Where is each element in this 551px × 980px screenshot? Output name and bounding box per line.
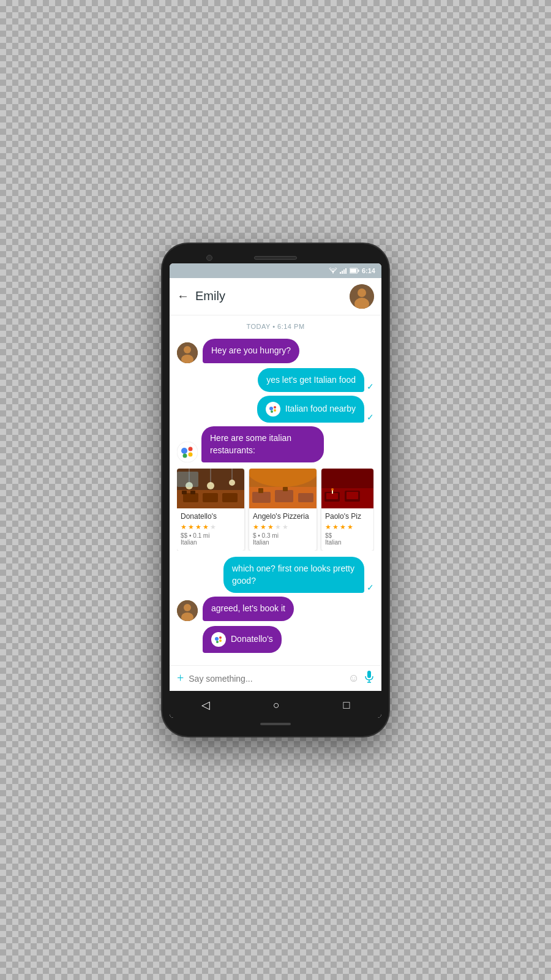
assistant-dot-icon (177, 442, 198, 462)
message-row-assistant2: Donatello's (203, 626, 374, 653)
nav-recent-button[interactable]: □ (343, 699, 350, 712)
svg-point-53 (331, 488, 334, 491)
restaurant-image-paolo (321, 469, 373, 508)
mic-icon (364, 671, 374, 683)
svg-rect-30 (190, 491, 195, 494)
nav-back-button[interactable]: ◁ (201, 698, 210, 712)
star-icon: ★ (253, 523, 259, 531)
back-button[interactable]: ← (177, 289, 189, 303)
svg-point-22 (189, 453, 193, 457)
svg-rect-62 (367, 671, 371, 678)
star-icon: ★ (347, 523, 353, 531)
message-input[interactable] (189, 674, 343, 684)
restaurant-card-angelo[interactable]: Angelo's Pizzeria ★ ★ ★ ★ ★ $ • 0.3 mi I… (249, 469, 317, 551)
assistant-logo2 (211, 632, 226, 647)
message-text: Hey are you hungry? (211, 345, 291, 355)
star-icon: ★ (340, 523, 346, 531)
restaurant-cards: Donatello's ★ ★ ★ ★ ★ $$ • 0.1 mi Italia… (177, 469, 374, 551)
contact-avatar[interactable] (350, 284, 374, 309)
svg-point-19 (177, 442, 198, 462)
restaurant-image-angelo (249, 469, 317, 508)
svg-rect-4 (345, 268, 347, 274)
svg-point-60 (219, 639, 222, 642)
assistant-logo (266, 402, 280, 417)
message-bubble: which one? first one looks pretty good? (223, 557, 364, 593)
nav-home-button[interactable]: ○ (273, 699, 280, 712)
battery-icon (350, 268, 359, 274)
message-row-assistant-out: Italian food nearby ✓ (177, 396, 374, 423)
star-icon: ★ (268, 523, 274, 531)
emoji-button[interactable]: ☺ (348, 672, 359, 685)
add-button[interactable]: + (177, 671, 184, 685)
svg-rect-27 (203, 493, 218, 502)
restaurant-type: Italian (181, 539, 241, 546)
star-icon: ★ (260, 523, 266, 531)
svg-point-57 (213, 634, 224, 645)
restaurant-card-donatello[interactable]: Donatello's ★ ★ ★ ★ ★ $$ • 0.1 mi Italia… (177, 469, 244, 551)
avatar-image2 (177, 600, 198, 621)
message-row: Hey are you hungry? (177, 339, 374, 363)
svg-rect-7 (350, 269, 356, 273)
restaurant-card-paolo[interactable]: Paolo's Piz ★ ★ ★ ★ $$ Italian (321, 469, 373, 551)
phone-home-bar (260, 723, 291, 725)
svg-rect-2 (342, 271, 343, 274)
check-icon: ✓ (367, 412, 374, 423)
svg-rect-3 (343, 270, 345, 274)
star-icon: ★ (210, 523, 216, 531)
svg-point-0 (332, 272, 334, 273)
svg-rect-28 (222, 493, 238, 502)
svg-rect-29 (182, 491, 187, 494)
svg-rect-26 (183, 493, 198, 502)
restaurant-name: Donatello's (181, 512, 241, 521)
restaurant-meta: $ • 0.3 mi (253, 532, 313, 539)
nav-bar: ◁ ○ □ (170, 691, 381, 718)
status-bar: 6:14 (170, 263, 381, 278)
message-text: yes let's get Italian food (266, 375, 356, 385)
sender-avatar (177, 342, 198, 363)
contact-name: Emily (195, 289, 350, 303)
svg-point-15 (269, 407, 273, 410)
restaurant-rating: ★ ★ ★ ★ ★ (181, 523, 241, 531)
status-time: 6:14 (362, 267, 375, 274)
svg-point-58 (215, 637, 219, 641)
svg-point-12 (184, 346, 191, 353)
svg-rect-40 (252, 492, 271, 503)
svg-point-61 (216, 641, 219, 643)
restaurant-image-donatello (177, 469, 244, 508)
phone-speaker (254, 256, 297, 260)
signal-icon (340, 268, 347, 274)
svg-point-21 (189, 447, 193, 451)
star-icon: ★ (332, 523, 339, 531)
message-row-outgoing2: which one? first one looks pretty good? … (177, 557, 374, 593)
svg-rect-51 (347, 492, 358, 499)
restaurant-card-info: Angelo's Pizzeria ★ ★ ★ ★ ★ $ • 0.3 mi I… (249, 508, 317, 551)
svg-rect-1 (340, 272, 341, 274)
restaurant-name: Angelo's Pizzeria (253, 512, 313, 521)
svg-point-17 (274, 409, 276, 412)
restaurant-meta: $$ • 0.1 mi (181, 532, 241, 539)
avatar-image (350, 284, 374, 309)
svg-point-36 (229, 480, 235, 486)
restaurant-type: Italian (253, 539, 313, 546)
svg-rect-42 (298, 493, 313, 502)
message-bubble: yes let's get Italian food (258, 368, 364, 393)
avatar-image (177, 342, 198, 363)
star-icon: ★ (195, 523, 201, 531)
star-icon: ★ (181, 523, 187, 531)
phone-bottom-bar (170, 718, 381, 729)
message-bubble-assistant2: Donatello's (203, 626, 282, 653)
star-icon: ★ (325, 523, 331, 531)
message-text: agreed, let's book it (211, 603, 285, 613)
svg-point-9 (358, 288, 366, 297)
phone-device: 6:14 ← Emily TODAY • 6:14 PM (162, 244, 389, 736)
mic-button[interactable] (364, 671, 374, 686)
status-icons: 6:14 (329, 267, 375, 274)
svg-rect-41 (275, 490, 293, 502)
wifi-icon (329, 268, 337, 274)
phone-camera (206, 255, 212, 261)
star-icon: ★ (203, 523, 209, 531)
svg-rect-6 (358, 270, 359, 272)
svg-point-18 (271, 410, 273, 413)
message-bubble2: agreed, let's book it (203, 597, 294, 621)
google-assistant-dots-icon (177, 442, 198, 462)
